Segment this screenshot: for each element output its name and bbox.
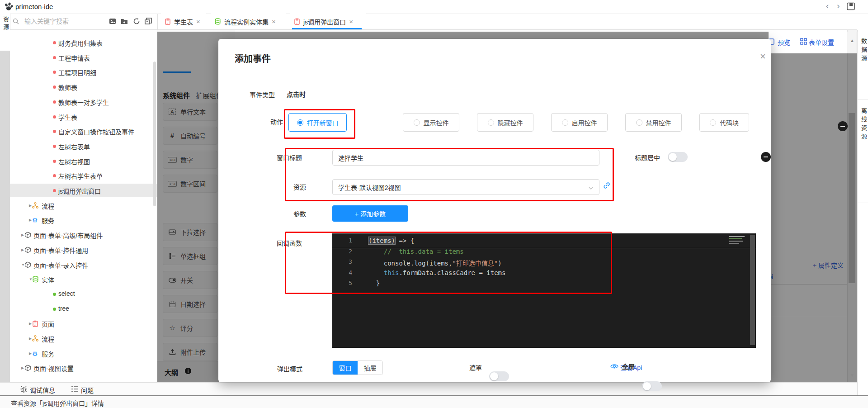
- tree-item-工程申请表[interactable]: 工程申请表: [10, 51, 157, 64]
- tree-item-js调用弹出窗口[interactable]: js调用弹出窗口: [10, 184, 157, 197]
- mask-label: 遮罩: [469, 363, 482, 372]
- tree-item-label: 教师表: [58, 83, 77, 92]
- tree-item-label: 实体: [42, 275, 54, 284]
- designer-toolbar: 预览 表单设置: [769, 32, 847, 53]
- tree-item-页面-表单-高级/布局组件[interactable]: ▶页面-表单-高级/布局组件: [10, 228, 157, 242]
- chevron-collapsed-icon[interactable]: ▶: [29, 322, 32, 326]
- refresh-icon[interactable]: [132, 17, 142, 26]
- action-option-代码块[interactable]: 代码块: [699, 113, 749, 132]
- tree-item-select[interactable]: select: [10, 287, 157, 301]
- tree-item-label: js调用弹出窗口: [58, 186, 101, 195]
- chevron-collapsed-icon[interactable]: ▶: [29, 218, 32, 222]
- radio-icon[interactable]: [414, 119, 420, 126]
- tree-item-页面[interactable]: ▶页面: [10, 317, 157, 330]
- action-option-禁用控件[interactable]: 禁用控件: [625, 113, 682, 132]
- problems-button[interactable]: 问题: [81, 385, 94, 394]
- form-settings-link[interactable]: 表单设置: [809, 38, 834, 47]
- add-param-button[interactable]: + 添加参数: [332, 205, 408, 222]
- preview-link[interactable]: 预览: [778, 38, 790, 47]
- nav-forward-button[interactable]: ›: [837, 1, 840, 11]
- tree-item-左树右视图[interactable]: 左树右视图: [10, 154, 157, 168]
- tab-close-icon[interactable]: ×: [196, 18, 200, 25]
- form-icon: [294, 18, 300, 25]
- debug-bar: 调试信息 问题: [0, 382, 857, 396]
- chevron-collapsed-icon[interactable]: ▶: [29, 351, 32, 356]
- tree-item-label: 工程申请表: [58, 53, 90, 62]
- tree-item-label: 服务: [42, 216, 54, 225]
- tree-scrollbar[interactable]: [153, 62, 156, 206]
- annotation-minus-badge: [838, 121, 848, 131]
- tree-item-tree[interactable]: tree: [10, 302, 157, 316]
- right-rail-datasource[interactable]: 数据源: [859, 38, 868, 64]
- scroll-up-icon[interactable]: ▲: [850, 38, 854, 43]
- modal-close-icon[interactable]: ×: [760, 51, 766, 62]
- tree-item-左树右学生表单[interactable]: 左树右学生表单: [10, 169, 157, 182]
- tree-item-服务[interactable]: ▶⚙服务: [10, 213, 157, 227]
- tree-item-教师表一对多学生[interactable]: 教师表一对多学生: [10, 95, 157, 109]
- tree-item-财务费用归集表[interactable]: 财务费用归集表: [10, 36, 157, 49]
- action-option-启用控件[interactable]: 启用控件: [551, 113, 608, 132]
- database-icon: [214, 18, 221, 25]
- cube-icon: [24, 261, 31, 270]
- editor-scrollbar-thumb[interactable]: [750, 235, 755, 345]
- tree-item-工程项目明细[interactable]: 工程项目明细: [10, 65, 157, 79]
- tree-item-页面-表单-控件通用[interactable]: ▶页面-表单-控件通用: [10, 243, 157, 256]
- tree-item-流程[interactable]: ▶流程: [10, 332, 157, 345]
- search-input[interactable]: [24, 17, 104, 25]
- right-rail-offline[interactable]: 离线资源: [859, 108, 868, 142]
- action-option-label: 禁用控件: [646, 118, 671, 127]
- new-folder-icon[interactable]: [120, 17, 129, 26]
- tree-item-服务[interactable]: ▶⚙服务: [10, 346, 157, 360]
- app-title: primeton-ide: [15, 3, 53, 10]
- chevron-collapsed-icon[interactable]: ▶: [29, 337, 32, 341]
- scroll-down-icon[interactable]: ▼: [850, 373, 854, 378]
- import-resource-icon[interactable]: [108, 17, 118, 26]
- tab-close-icon[interactable]: ×: [349, 18, 353, 25]
- chevron-collapsed-icon[interactable]: ▶: [21, 366, 24, 370]
- tree-item-流程[interactable]: ▶流程: [10, 199, 157, 212]
- tree-item-教师表[interactable]: 教师表: [10, 80, 157, 94]
- tab-label: js调用弹出窗口: [303, 17, 346, 26]
- tab-js调用弹出窗口[interactable]: js调用弹出窗口×: [290, 14, 366, 29]
- tree-item-label: tree: [58, 305, 69, 312]
- tree-item-label: 流程: [42, 334, 54, 343]
- cube-icon: [24, 247, 31, 255]
- radio-icon[interactable]: [488, 119, 494, 126]
- gear-icon: ⚙: [32, 350, 38, 357]
- tree-item-实体[interactable]: ▼实体: [10, 272, 157, 286]
- annotation-box-callback: [285, 232, 612, 294]
- action-option-隐藏控件[interactable]: 隐藏控件: [477, 113, 533, 132]
- chevron-collapsed-icon[interactable]: ▶: [21, 233, 24, 237]
- tree-item-label: 左树右视图: [58, 157, 90, 166]
- tree-item-学生表[interactable]: 学生表: [10, 110, 157, 123]
- tree-item-页面-视图设置[interactable]: ▶页面-视图设置: [10, 361, 157, 375]
- mask-toggle[interactable]: [489, 371, 509, 381]
- resource-tree: 财务费用归集表工程申请表工程项目明细教师表教师表一对多学生学生表自定义窗口操作按…: [10, 30, 157, 382]
- title-center-toggle[interactable]: [668, 152, 688, 162]
- debug-info-button[interactable]: 调试信息: [30, 385, 55, 394]
- tab-close-icon[interactable]: ×: [272, 18, 276, 25]
- tab-流程实例实体集[interactable]: 流程实例实体集×: [211, 14, 286, 29]
- tree-item-自定义窗口操作按钮及事件[interactable]: 自定义窗口操作按钮及事件: [10, 124, 157, 138]
- radio-icon[interactable]: [710, 119, 716, 126]
- tab-学生表[interactable]: 学生表×: [161, 14, 206, 29]
- event-type-value: 点击时: [287, 90, 306, 99]
- tree-item-label: 服务: [42, 349, 54, 358]
- popup-mode-window[interactable]: 窗口: [333, 361, 358, 375]
- nav-back-button[interactable]: ‹: [826, 1, 829, 11]
- explorer-search[interactable]: [13, 17, 105, 27]
- action-option-显示控件[interactable]: 显示控件: [403, 113, 459, 132]
- tree-item-label: 工程项目明细: [58, 68, 96, 77]
- left-rail-label: 资源: [1, 16, 10, 32]
- save-layout-icon[interactable]: [846, 2, 856, 13]
- chevron-collapsed-icon[interactable]: ▶: [29, 204, 32, 208]
- tree-item-label: select: [58, 290, 75, 297]
- collapse-panels-icon[interactable]: [144, 17, 153, 26]
- radio-icon[interactable]: [562, 119, 568, 126]
- tree-item-左树右表单[interactable]: 左树右表单: [10, 139, 157, 153]
- radio-icon[interactable]: [636, 119, 642, 126]
- popup-mode-drawer[interactable]: 抽屉: [358, 361, 382, 375]
- chevron-collapsed-icon[interactable]: ▶: [21, 248, 24, 252]
- tree-item-页面-表单-录入控件[interactable]: ▼页面-表单-录入控件: [10, 258, 157, 271]
- fullscreen-toggle[interactable]: [642, 381, 662, 391]
